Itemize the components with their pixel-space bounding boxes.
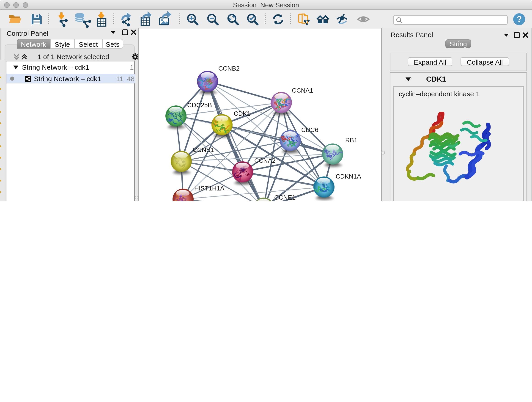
svg-text:CCNE1: CCNE1 xyxy=(274,194,295,201)
svg-text:CDKN1A: CDKN1A xyxy=(336,173,361,180)
svg-text:CDC6: CDC6 xyxy=(301,126,318,133)
svg-text:CDK1: CDK1 xyxy=(234,110,250,117)
svg-text:CCNB1: CCNB1 xyxy=(192,146,214,153)
svg-text:CCNB2: CCNB2 xyxy=(218,65,239,72)
svg-text:CCNA2: CCNA2 xyxy=(254,157,275,164)
svg-text:CDC25B: CDC25B xyxy=(187,102,212,109)
svg-text:HIST1H1A: HIST1H1A xyxy=(194,185,224,192)
svg-text:CCNA1: CCNA1 xyxy=(292,87,313,94)
svg-text:RB1: RB1 xyxy=(345,137,357,144)
svg-text:?: ? xyxy=(516,14,522,24)
